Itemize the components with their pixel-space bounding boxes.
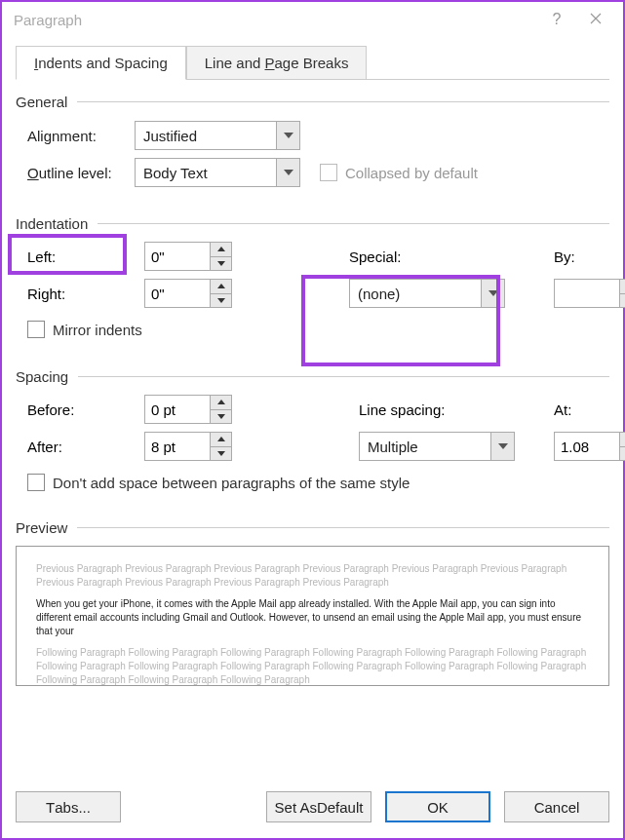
right-label: Right: (27, 286, 144, 302)
tab-line-page-breaks[interactable]: Line and Page Breaks (186, 46, 368, 80)
outline-label: Outline level: (27, 165, 135, 181)
preview-next: Following Paragraph Following Paragraph … (36, 646, 589, 687)
dialog-title: Paragraph (14, 12, 537, 28)
spin-down-icon[interactable] (620, 447, 625, 461)
section-spacing: Spacing (16, 368, 74, 385)
tabs-button[interactable]: Tabs... (16, 791, 121, 822)
special-label: Special: (349, 248, 525, 265)
by-label: By: (554, 248, 625, 265)
before-label: Before: (27, 401, 144, 418)
outline-combo[interactable]: Body Text (135, 158, 300, 187)
help-button[interactable]: ? (537, 11, 576, 28)
cancel-button[interactable]: Cancel (504, 791, 609, 822)
before-spinner[interactable]: 0 pt (144, 395, 232, 424)
close-button[interactable] (576, 11, 615, 28)
spin-down-icon[interactable] (211, 257, 231, 271)
tab-indents-spacing[interactable]: Indents and Spacing (16, 46, 186, 80)
spin-up-icon[interactable] (211, 243, 231, 257)
section-preview: Preview (16, 519, 73, 536)
special-combo[interactable]: (none) (349, 279, 505, 308)
line-spacing-combo[interactable]: Multiple (359, 432, 515, 461)
spin-down-icon[interactable] (211, 447, 231, 461)
after-spinner[interactable]: 8 pt (144, 432, 232, 461)
spin-up-icon[interactable] (620, 433, 625, 447)
section-general: General (16, 94, 73, 110)
chevron-down-icon[interactable] (276, 122, 299, 149)
spin-up-icon[interactable] (211, 396, 231, 410)
at-spinner[interactable]: 1.08 (554, 432, 625, 461)
spin-down-icon[interactable] (211, 410, 231, 424)
alignment-label: Alignment: (27, 128, 135, 144)
chevron-down-icon[interactable] (276, 159, 299, 186)
chevron-down-icon[interactable] (490, 433, 514, 460)
line-spacing-label: Line spacing: (359, 401, 525, 418)
section-indentation: Indentation (16, 215, 94, 232)
left-label: Left: (27, 248, 144, 265)
mirror-indents-checkbox[interactable]: Mirror indents (27, 321, 142, 338)
spin-up-icon[interactable] (211, 280, 231, 294)
collapsed-checkbox: Collapsed by default (320, 164, 478, 181)
no-space-checkbox[interactable]: Don't add space between paragraphs of th… (27, 474, 410, 491)
preview-box: Previous Paragraph Previous Paragraph Pr… (16, 546, 609, 686)
ok-button[interactable]: OK (385, 791, 490, 822)
after-label: After: (27, 439, 144, 455)
set-default-button[interactable]: Set As Default (266, 791, 371, 822)
spin-down-icon[interactable] (211, 294, 231, 308)
by-spinner[interactable] (554, 279, 625, 308)
alignment-combo[interactable]: Justified (135, 121, 300, 150)
spin-up-icon[interactable] (211, 433, 231, 447)
spin-up-icon[interactable] (620, 280, 625, 294)
chevron-down-icon[interactable] (481, 280, 504, 307)
indent-right-spinner[interactable]: 0" (144, 279, 232, 308)
preview-prev: Previous Paragraph Previous Paragraph Pr… (36, 562, 589, 590)
indent-left-spinner[interactable]: 0" (144, 242, 232, 271)
spin-down-icon[interactable] (620, 294, 625, 308)
preview-body: When you get your iPhone, it comes with … (36, 597, 589, 638)
at-label: At: (554, 401, 625, 418)
